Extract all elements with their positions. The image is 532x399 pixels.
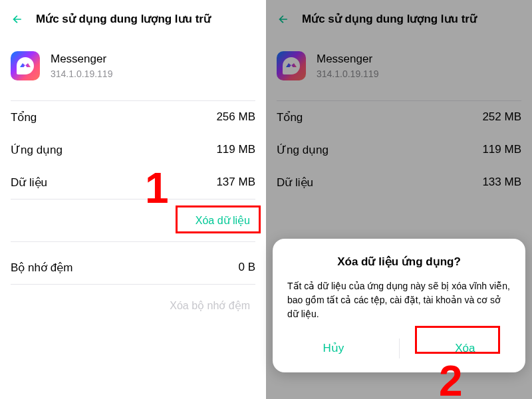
back-arrow-icon — [277, 13, 290, 26]
stat-value: 119 MB — [482, 143, 521, 157]
stat-value: 252 MB — [482, 110, 521, 124]
stat-label: Dữ liệu — [11, 176, 47, 190]
page-title: Mức sử dụng dung lượng lưu trữ — [36, 12, 211, 26]
divider — [399, 338, 400, 358]
messenger-icon — [11, 51, 40, 80]
action-row: Xóa dữ liệu — [0, 200, 266, 241]
stat-label: Ứng dụng — [277, 143, 329, 157]
stat-label: Tổng — [277, 110, 303, 124]
cancel-button[interactable]: Hủy — [307, 336, 360, 360]
stat-total: Tổng 256 MB — [0, 101, 266, 134]
stat-label: Tổng — [11, 110, 37, 124]
stat-value: 137 MB — [216, 176, 255, 190]
stat-value: 119 MB — [216, 143, 255, 157]
action-row: Xóa bộ nhớ đệm — [0, 285, 266, 327]
dialog-buttons: Hủy Xóa — [287, 336, 511, 360]
stat-app: Ứng dụng 119 MB — [0, 134, 266, 166]
stat-data: Dữ liệu 133 MB — [266, 166, 532, 199]
stat-total: Tổng 252 MB — [266, 101, 532, 134]
stat-data: Dữ liệu 137 MB — [0, 166, 266, 199]
header: Mức sử dụng dung lượng lưu trữ — [0, 0, 266, 35]
storage-usage-screen: Mức sử dụng dung lượng lưu trữ Messenger… — [0, 0, 266, 399]
page-title: Mức sử dụng dung lượng lưu trữ — [302, 12, 477, 26]
clear-data-button[interactable]: Xóa dữ liệu — [190, 210, 255, 231]
stat-app: Ứng dụng 119 MB — [266, 134, 532, 166]
stat-label: Bộ nhớ đệm — [11, 261, 72, 275]
stat-label: Ứng dụng — [11, 143, 63, 157]
stat-value: 133 MB — [482, 176, 521, 190]
divider — [11, 241, 255, 242]
dialog-body: Tất cả dữ liệu của ứng dụng này sẽ bị xó… — [287, 279, 511, 321]
back-arrow-icon[interactable] — [11, 13, 24, 26]
app-info-row: Messenger 314.1.0.19.119 — [0, 35, 266, 100]
app-name: Messenger — [317, 53, 378, 66]
confirm-dialog: Xóa dữ liệu ứng dụng? Tất cả dữ liệu của… — [273, 239, 525, 372]
dialog-title: Xóa dữ liệu ứng dụng? — [287, 255, 511, 269]
messenger-icon — [277, 51, 306, 80]
annotation-step: 1 — [145, 164, 169, 213]
storage-usage-screen-dialog: Mức sử dụng dung lượng lưu trữ Messenger… — [266, 0, 532, 399]
stat-value: 256 MB — [216, 110, 255, 124]
clear-cache-button: Xóa bộ nhớ đệm — [164, 295, 255, 316]
header: Mức sử dụng dung lượng lưu trữ — [266, 0, 532, 35]
annotation-step: 2 — [439, 356, 463, 399]
app-info-row: Messenger 314.1.0.19.119 — [266, 35, 532, 100]
app-version: 314.1.0.19.119 — [51, 68, 112, 79]
stat-value: 0 B — [238, 261, 255, 275]
app-version: 314.1.0.19.119 — [317, 68, 378, 79]
stat-cache: Bộ nhớ đệm 0 B — [0, 251, 266, 284]
stat-label: Dữ liệu — [277, 176, 313, 190]
app-name: Messenger — [51, 53, 112, 66]
